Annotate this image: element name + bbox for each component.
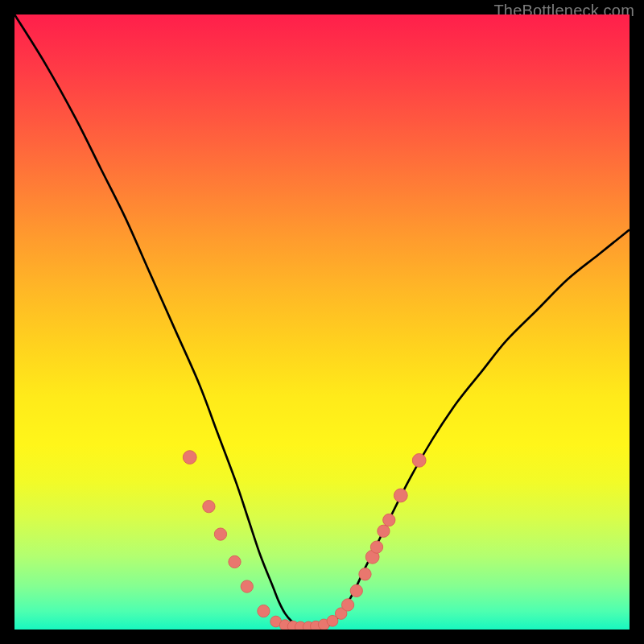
data-marker	[412, 453, 426, 467]
data-marker	[383, 514, 395, 526]
data-marker	[370, 541, 382, 553]
bottleneck-curve	[14, 14, 630, 629]
marker-group	[183, 451, 426, 630]
chart-stage: TheBottleneck.com	[0, 0, 644, 644]
data-marker	[203, 501, 215, 513]
data-marker	[378, 525, 390, 537]
data-marker	[229, 555, 241, 568]
data-marker	[394, 489, 407, 502]
chart-plot-area	[14, 14, 630, 630]
data-marker	[350, 584, 362, 597]
data-marker	[341, 599, 353, 611]
data-marker	[359, 568, 371, 580]
data-marker	[214, 528, 226, 540]
data-marker	[258, 605, 270, 617]
chart-svg	[14, 14, 630, 630]
data-marker	[241, 580, 253, 592]
data-marker	[183, 451, 196, 464]
